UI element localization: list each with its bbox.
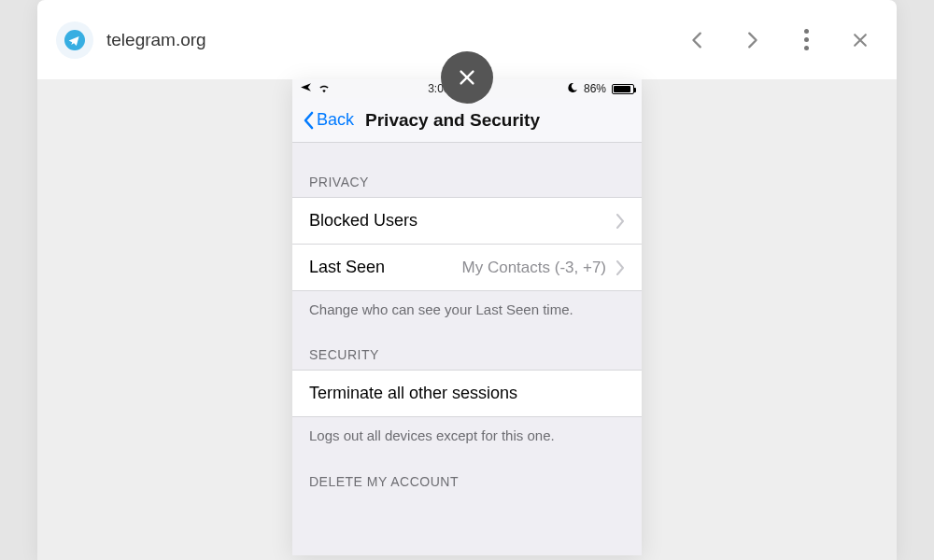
row-value: My Contacts (-3, +7): [462, 259, 606, 277]
close-overlay-button[interactable]: [441, 51, 493, 104]
site-url: telegram.org: [106, 30, 206, 50]
telegram-icon: [56, 21, 93, 59]
preview-stage: 3:00 PM 86% Back Privacy and Security: [37, 79, 897, 560]
browser-topbar: telegram.org: [37, 0, 897, 79]
page-title: Privacy and Security: [365, 110, 540, 131]
wifi-icon: [318, 82, 331, 96]
phone-screen: 3:00 PM 86% Back Privacy and Security: [292, 79, 642, 555]
section-header-security: SECURITY: [292, 321, 642, 370]
section-header-delete: DELETE MY ACCOUNT: [292, 448, 642, 497]
battery-icon: [612, 84, 634, 94]
section-footer-privacy: Change who can see your Last Seen time.: [292, 291, 642, 321]
site-chip: telegram.org: [56, 21, 206, 59]
nav-forward-button[interactable]: [742, 30, 762, 50]
battery-percent: 86%: [584, 82, 606, 95]
nav-header: Back Privacy and Security: [292, 98, 642, 143]
more-menu-button[interactable]: [796, 30, 816, 50]
chevron-right-icon: [616, 260, 625, 275]
row-label: Blocked Users: [309, 211, 417, 231]
back-label: Back: [317, 110, 354, 130]
row-last-seen[interactable]: Last Seen My Contacts (-3, +7): [292, 245, 642, 291]
moon-icon: [567, 82, 578, 96]
section-footer-security: Logs out all devices except for this one…: [292, 417, 642, 447]
nav-back-button[interactable]: [687, 30, 708, 50]
section-header-privacy: PRIVACY: [292, 143, 642, 197]
row-label: Last Seen: [309, 258, 385, 277]
row-blocked-users[interactable]: Blocked Users: [292, 197, 642, 245]
row-label: Terminate all other sessions: [309, 384, 517, 403]
row-terminate-sessions[interactable]: Terminate all other sessions: [292, 370, 642, 417]
back-button[interactable]: Back: [302, 110, 354, 130]
close-modal-button[interactable]: [850, 30, 870, 50]
top-actions: [687, 30, 878, 50]
airplane-mode-icon: [300, 81, 312, 96]
chevron-right-icon: [616, 214, 625, 229]
modal-card: telegram.org: [37, 0, 897, 560]
